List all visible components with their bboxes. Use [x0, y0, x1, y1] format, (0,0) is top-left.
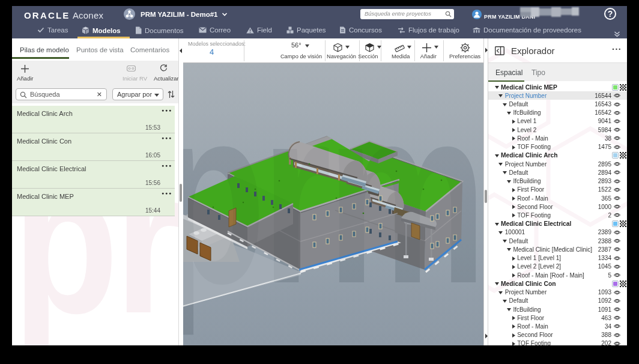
svg-text:prm: prm: [183, 63, 482, 338]
